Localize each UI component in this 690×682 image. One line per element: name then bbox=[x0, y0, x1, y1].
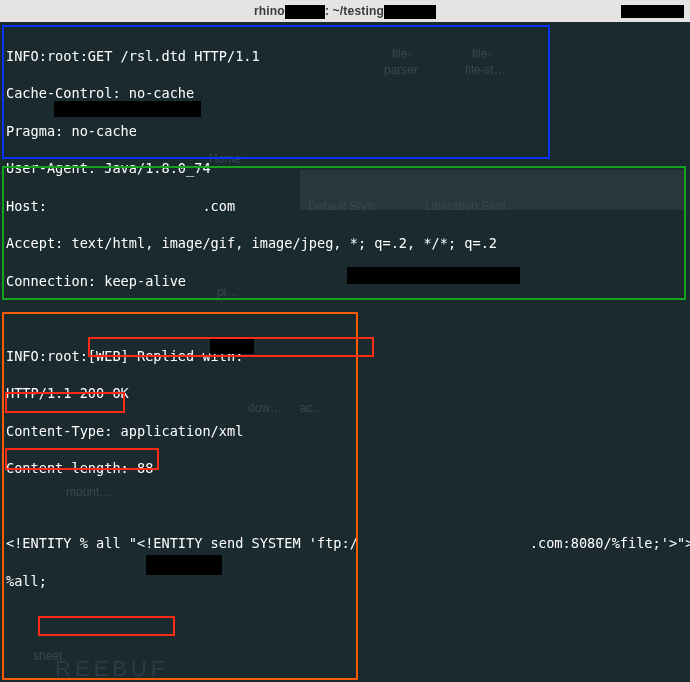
response-line: %all; bbox=[6, 572, 684, 591]
response-line: <!ENTITY % all "<!ENTITY send SYSTEM 'ft… bbox=[6, 534, 684, 553]
title-prefix: rhino bbox=[254, 4, 285, 18]
response-line: Content-length: 88 bbox=[6, 459, 684, 478]
request-line: Host: XXXXXXXXXXXXXXXXXX.com bbox=[6, 197, 684, 216]
blank-line bbox=[6, 609, 684, 628]
window-titlebar[interactable]: rhino: ~/testing × bbox=[0, 0, 690, 22]
response-line: HTTP/1.1 200 OK bbox=[6, 384, 684, 403]
response-line: INFO:root:[WEB] Replied with: bbox=[6, 347, 684, 366]
window-title: rhino: ~/testing bbox=[0, 3, 690, 20]
blank-line bbox=[6, 309, 684, 328]
request-line: Connection: keep-alive bbox=[6, 272, 684, 291]
request-line: User-Agent: Java/1.8.0_74 bbox=[6, 159, 684, 178]
close-icon: × bbox=[670, 0, 679, 22]
blank-line bbox=[6, 497, 684, 516]
close-button[interactable]: × bbox=[664, 0, 686, 22]
title-suffix1: : ~/testing bbox=[325, 4, 384, 18]
terminal-output[interactable]: INFO:root:GET /rsl.dtd HTTP/1.1 Cache-Co… bbox=[0, 22, 690, 682]
response-line: Content-Type: application/xml bbox=[6, 422, 684, 441]
request-line: INFO:root:GET /rsl.dtd HTTP/1.1 bbox=[6, 47, 684, 66]
request-line: Accept: text/html, image/gif, image/jpeg… bbox=[6, 234, 684, 253]
blank-line bbox=[6, 647, 684, 666]
request-line: Cache-Control: no-cache bbox=[6, 84, 684, 103]
request-line: Pragma: no-cache bbox=[6, 122, 684, 141]
